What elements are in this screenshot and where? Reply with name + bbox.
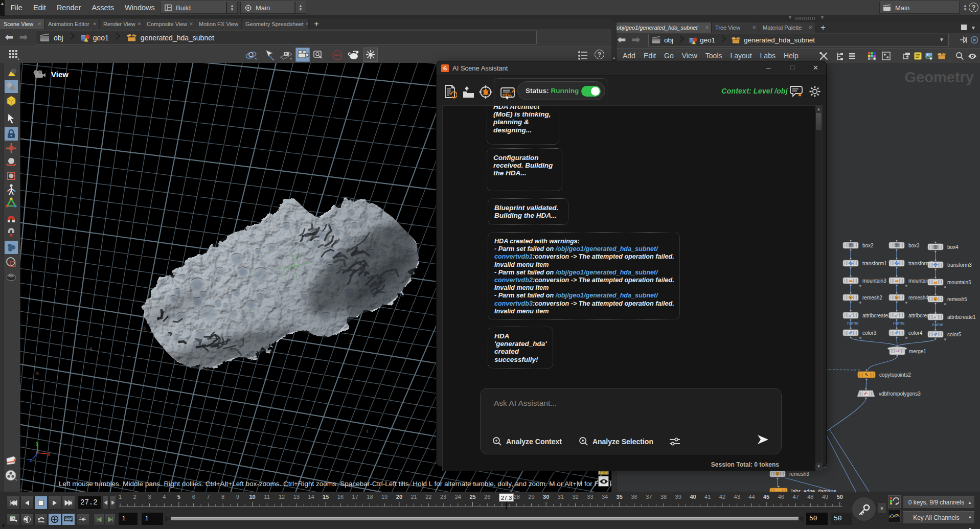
svg-text:32: 32 [572,494,578,500]
svg-text:29: 29 [528,494,534,500]
svg-text:42: 42 [719,494,725,500]
svg-text:31: 31 [558,494,564,500]
svg-text:37: 37 [646,494,652,500]
svg-text:18: 18 [367,494,373,500]
svg-text:attribcreate3: attribcreate3 [862,313,891,318]
svg-text:transform3: transform3 [947,262,972,268]
svg-text:mountain3: mountain3 [862,278,886,284]
svg-text:box3: box3 [908,243,920,248]
svg-text:14: 14 [308,494,314,500]
svg-text:6: 6 [192,494,195,500]
svg-text:25: 25 [469,494,475,500]
svg-text:12: 12 [279,494,285,500]
svg-text:38: 38 [660,494,667,500]
svg-text:10: 10 [249,494,255,500]
svg-text:33: 33 [587,494,593,500]
svg-text:30: 30 [543,494,549,500]
svg-text:attribcreate1: attribcreate1 [947,314,976,320]
svg-text:remesh4: remesh4 [908,295,928,301]
svg-text:22: 22 [425,494,431,500]
svg-text:copytopoints2: copytopoints2 [879,372,911,378]
svg-text:21: 21 [411,494,417,500]
svg-text:3: 3 [148,494,151,500]
svg-text:name: name [847,320,859,326]
svg-text:remesh2: remesh2 [862,295,882,301]
svg-text:24: 24 [455,494,461,500]
svg-text:box4: box4 [947,244,959,250]
svg-text:48: 48 [807,494,813,500]
svg-text:41: 41 [704,494,711,500]
svg-text:45: 45 [763,494,769,500]
svg-text:44: 44 [748,494,755,500]
svg-text:9: 9 [236,494,239,500]
svg-text:40: 40 [690,494,696,500]
svg-text:merge1: merge1 [909,349,926,354]
svg-text:vdbfrompolygons3: vdbfrompolygons3 [879,391,921,397]
svg-text:1: 1 [119,494,122,500]
svg-text:HDA: HDA [503,93,512,98]
svg-text:8: 8 [221,494,224,500]
svg-text:11: 11 [264,494,270,500]
svg-text:35: 35 [617,494,623,500]
svg-text:16: 16 [337,494,344,500]
svg-text:20: 20 [396,494,402,500]
svg-text:19: 19 [381,494,388,500]
svg-text:7: 7 [207,494,210,500]
svg-text:remesh3: remesh3 [789,471,809,477]
svg-text:50: 50 [837,494,843,500]
svg-text:39: 39 [675,494,681,500]
svg-text:color4: color4 [908,330,923,336]
svg-text:49: 49 [822,494,828,500]
svg-text:mountain5: mountain5 [947,280,971,285]
svg-text:28: 28 [514,494,520,500]
svg-text:x: x [48,451,50,457]
svg-text:47: 47 [792,494,799,500]
svg-text:color5: color5 [947,332,962,337]
svg-text:transform1: transform1 [862,261,887,266]
svg-text:23: 23 [440,494,446,500]
svg-text:name: name [893,320,905,326]
svg-text:color3: color3 [862,330,877,336]
svg-text:46: 46 [778,494,784,500]
svg-text:27.3: 27.3 [501,495,512,501]
svg-text:17: 17 [352,494,358,500]
svg-text:box2: box2 [862,243,874,248]
svg-text:34: 34 [602,494,608,500]
svg-text:5: 5 [177,494,180,500]
svg-text:y: y [36,441,38,446]
svg-text:z: z [30,457,32,463]
svg-text:36: 36 [631,494,637,500]
svg-text:remesh5: remesh5 [947,296,967,302]
svg-text:43: 43 [734,494,740,500]
svg-text:26: 26 [484,494,490,500]
svg-text:name: name [932,322,944,327]
svg-text:13: 13 [293,494,300,500]
svg-text:4: 4 [163,494,166,500]
svg-text:15: 15 [323,494,329,500]
svg-text:2: 2 [133,494,136,500]
